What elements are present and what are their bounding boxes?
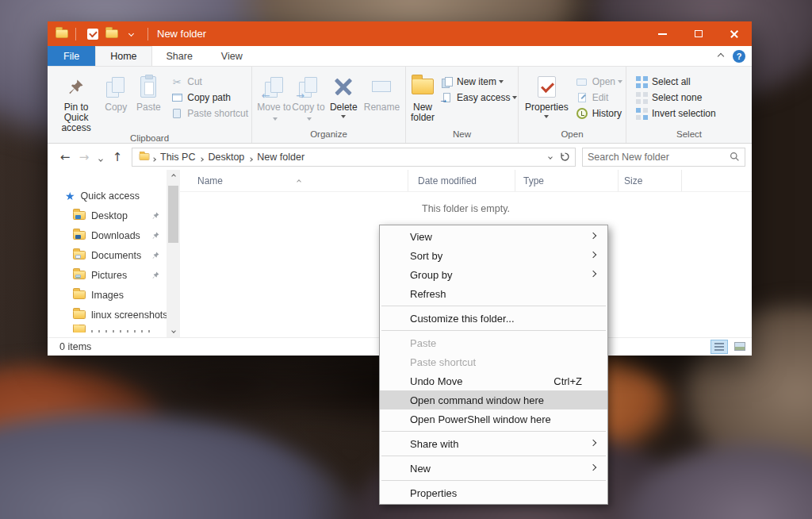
search-icon	[730, 152, 740, 162]
button-label: Copy path	[187, 92, 231, 103]
menu-item-open-powershell-window-here[interactable]: Open PowerShell window here	[380, 409, 607, 429]
menu-item-properties[interactable]: Properties	[380, 483, 607, 502]
tab-share[interactable]: Share	[152, 46, 207, 66]
address-dropdown-icon[interactable]	[548, 155, 553, 160]
ribbon-collapse-icon[interactable]	[718, 53, 724, 60]
paste-button[interactable]: Paste	[132, 71, 165, 133]
sidebar-item-quick-access[interactable]: ★ Quick access	[48, 186, 167, 206]
sidebar-item-desktop[interactable]: Desktop	[48, 206, 167, 225]
sidebar-item-downloads[interactable]: Downloads	[48, 225, 167, 245]
tab-home[interactable]: Home	[95, 46, 151, 66]
select-none-button[interactable]: Select none	[634, 90, 716, 106]
copy-to-button[interactable]: → Copy to	[291, 71, 325, 129]
column-header-size[interactable]: Size	[619, 170, 682, 191]
select-all-button[interactable]: Select all	[634, 74, 716, 90]
edit-button[interactable]: Edit	[575, 90, 622, 106]
scroll-down-icon[interactable]	[171, 329, 176, 333]
menu-separator	[381, 330, 606, 331]
copy-path-button[interactable]: Copy path	[170, 90, 248, 106]
window-title: New folder	[157, 28, 206, 40]
menu-item-view[interactable]: View	[380, 227, 607, 246]
paste-shortcut-icon	[173, 109, 181, 118]
properties-check-icon	[538, 76, 556, 98]
move-to-button[interactable]: ← Move to	[257, 71, 291, 129]
menu-item-new[interactable]: New	[380, 459, 607, 478]
sidebar-item-documents[interactable]: Documents	[48, 245, 167, 265]
qat-new-folder-button[interactable]	[102, 25, 121, 44]
location-folder-icon	[140, 153, 150, 160]
column-header-name[interactable]: Name	[180, 170, 408, 191]
tab-label: File	[63, 51, 79, 62]
menu-item-group-by[interactable]: Group by	[380, 265, 607, 284]
breadcrumb-separator-icon	[152, 150, 155, 164]
search-input[interactable]	[588, 152, 730, 163]
address-input[interactable]: This PC Desktop New folder	[132, 148, 576, 167]
scroll-up-icon[interactable]	[171, 174, 176, 179]
menu-item-paste-shortcut[interactable]: Paste shortcut	[380, 352, 607, 371]
minimize-icon	[658, 33, 667, 35]
forward-button[interactable]: →	[75, 150, 94, 164]
menu-item-undo-move[interactable]: Undo Move Ctrl+Z	[380, 371, 607, 390]
paste-shortcut-button[interactable]: Paste shortcut	[170, 106, 248, 121]
sidebar-item-pictures[interactable]: Pictures	[48, 265, 167, 285]
button-label: Invert selection	[652, 108, 716, 119]
column-header-type[interactable]: Type	[515, 170, 619, 191]
help-button[interactable]: ?	[733, 50, 745, 63]
menu-item-share-with[interactable]: Share with	[380, 434, 607, 453]
breadcrumb-new-folder[interactable]: New folder	[254, 152, 308, 163]
breadcrumb-this-pc[interactable]: This PC	[157, 152, 198, 163]
sort-ascending-icon	[297, 172, 301, 186]
tab-file[interactable]: File	[48, 46, 95, 66]
delete-button[interactable]: Delete	[326, 71, 362, 129]
button-label: New item	[457, 76, 496, 87]
submenu-arrow-icon	[590, 440, 596, 446]
maximize-button[interactable]	[680, 21, 716, 46]
sidebar-item-partial[interactable]	[48, 325, 167, 333]
qat-customize-button[interactable]	[121, 25, 140, 44]
qat-properties-button[interactable]	[83, 25, 102, 44]
menu-item-paste[interactable]: Paste	[380, 333, 607, 352]
column-header-date-modified[interactable]: Date modified	[408, 170, 515, 191]
sidebar-item-linux-screenshots[interactable]: linux screenshots	[48, 305, 167, 325]
new-item-button[interactable]: New item	[439, 74, 517, 90]
new-folder-button[interactable]: New folder	[411, 71, 435, 129]
invert-selection-icon	[636, 108, 648, 120]
pin-to-quick-access-button[interactable]: Pin to Quick access	[52, 71, 100, 133]
rename-button[interactable]: Rename	[362, 71, 402, 129]
copy-button[interactable]: Copy	[100, 71, 132, 133]
refresh-icon[interactable]	[560, 152, 570, 162]
menu-item-customize-this-folder[interactable]: Customize this folder...	[380, 309, 607, 328]
sidebar-item-images[interactable]: Images	[48, 285, 167, 305]
close-button[interactable]	[716, 21, 752, 46]
maximize-icon	[695, 30, 703, 37]
menu-item-label: Properties	[410, 487, 457, 499]
invert-selection-button[interactable]: Invert selection	[634, 106, 716, 121]
search-box[interactable]	[582, 148, 745, 167]
menu-item-refresh[interactable]: Refresh	[380, 284, 607, 303]
cut-button[interactable]: ✂ Cut	[170, 74, 248, 90]
history-clock-icon	[576, 108, 588, 119]
menu-item-sort-by[interactable]: Sort by	[380, 246, 607, 265]
breadcrumb-desktop[interactable]: Desktop	[205, 152, 247, 163]
menu-item-open-command-window-here[interactable]: Open command window here	[380, 390, 607, 409]
easy-access-button[interactable]: Easy access	[439, 90, 517, 106]
open-icon	[576, 79, 587, 86]
scrollbar-thumb[interactable]	[168, 186, 178, 243]
up-button[interactable]: ↑	[108, 150, 127, 164]
history-button[interactable]: History	[575, 106, 622, 121]
thumbnails-view-button[interactable]	[731, 340, 749, 354]
button-label: Copy	[105, 102, 127, 113]
tab-view[interactable]: View	[207, 46, 257, 66]
open-button[interactable]: Open	[575, 74, 622, 90]
minimize-button[interactable]	[645, 21, 680, 46]
recent-locations-button[interactable]	[94, 150, 108, 164]
properties-button[interactable]: Properties	[523, 71, 570, 129]
details-view-button[interactable]	[710, 340, 728, 354]
window-controls	[645, 21, 752, 46]
rename-icon	[372, 81, 391, 92]
dropdown-chevron-icon	[512, 96, 517, 99]
back-button[interactable]: ←	[56, 150, 75, 164]
folder-icon	[105, 29, 118, 38]
menu-item-label: Customize this folder...	[410, 313, 515, 325]
sidebar-scrollbar[interactable]	[167, 170, 180, 337]
